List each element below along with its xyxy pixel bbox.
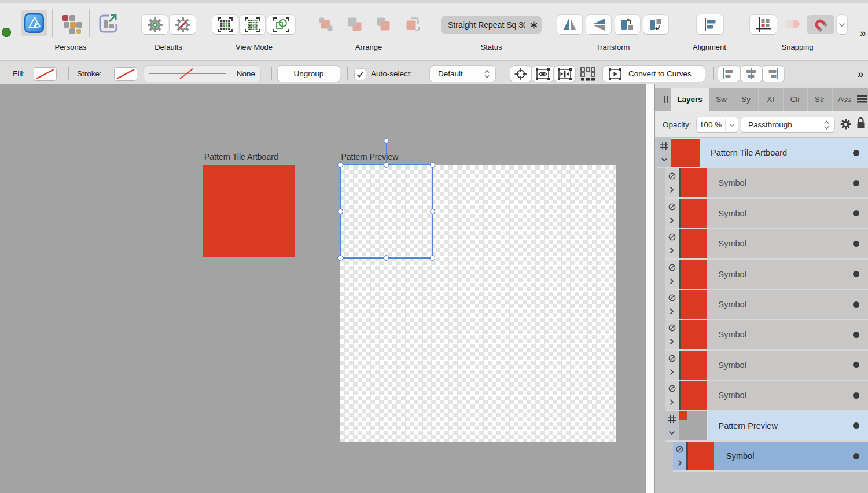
layer-visibility-dot[interactable] <box>853 271 859 277</box>
lock-layer-button[interactable] <box>856 117 865 130</box>
layer-gutter[interactable] <box>665 320 679 349</box>
handle-se[interactable] <box>430 255 436 261</box>
layer-row-symbol[interactable]: Symbol <box>665 381 868 410</box>
layer-thumbnail[interactable] <box>681 260 707 289</box>
tab-colour[interactable]: Clr <box>783 88 808 111</box>
status-chip[interactable]: Straight Repeat Sq 30 <box>441 16 542 34</box>
viewmode-retina-button[interactable] <box>240 15 265 34</box>
layer-row-symbol[interactable]: Symbol <box>665 229 868 258</box>
tab-swatches[interactable]: Sw <box>709 88 734 111</box>
stroke-width-widget[interactable]: None <box>144 66 260 82</box>
tab-symbols[interactable]: Sy <box>734 88 759 111</box>
snapping-pixel-move-button[interactable] <box>785 18 801 31</box>
layer-row-symbol[interactable]: Symbol <box>665 351 868 380</box>
layer-gutter[interactable] <box>665 229 679 258</box>
arrange-backward-button[interactable] <box>377 17 391 31</box>
layer-gutter[interactable] <box>665 260 679 289</box>
snapping-grid-button[interactable] <box>750 15 777 34</box>
layer-visibility-dot[interactable] <box>853 241 859 247</box>
mirror-selection-button[interactable] <box>554 66 575 82</box>
layer-row-symbol[interactable]: Symbol <box>665 199 868 228</box>
arrange-to-back-button[interactable] <box>406 17 420 31</box>
layer-name[interactable]: Symbol <box>719 229 746 258</box>
layer-thumbnail[interactable] <box>681 199 707 228</box>
layer-name[interactable]: Symbol <box>719 320 746 349</box>
layer-row-pattern-preview[interactable]: Pattern Preview <box>665 411 868 440</box>
handle-sw[interactable] <box>337 255 343 261</box>
layer-gutter[interactable] <box>665 290 679 319</box>
layer-visibility-dot[interactable] <box>853 332 859 338</box>
toolbar-overflow-chevron[interactable]: » <box>860 27 868 39</box>
arrange-to-front-button[interactable] <box>319 17 333 31</box>
layer-gutter[interactable] <box>665 351 679 380</box>
layer-row-pattern-tile-artboard[interactable]: Pattern Tile Artboard <box>657 138 868 167</box>
rotate-cw-button[interactable] <box>643 15 668 34</box>
blend-mode-dropdown[interactable]: Passthrough <box>741 117 834 132</box>
edit-all-layers-button[interactable] <box>578 67 598 81</box>
layer-visibility-dot[interactable] <box>853 150 859 156</box>
panel-menu-button[interactable] <box>857 95 867 103</box>
layer-row-symbol[interactable]: Symbol <box>665 320 868 349</box>
tab-transform[interactable]: Xf <box>758 88 783 111</box>
layer-thumbnail[interactable] <box>681 381 707 410</box>
layer-gutter[interactable] <box>665 168 679 197</box>
layer-gutter[interactable] <box>665 199 679 228</box>
layer-name[interactable]: Symbol <box>719 199 746 228</box>
layer-gutter[interactable] <box>657 138 671 167</box>
canvas[interactable]: Pattern Tile Artboard Pattern Preview <box>0 84 646 493</box>
handle-rotate[interactable] <box>384 138 389 144</box>
layer-visibility-dot[interactable] <box>853 422 859 429</box>
layer-name[interactable]: Symbol <box>719 351 746 380</box>
persona-pixel-button[interactable] <box>60 13 83 35</box>
layer-row-symbol[interactable]: Symbol <box>665 260 868 289</box>
fill-swatch[interactable] <box>34 68 56 80</box>
layer-thumbnail[interactable] <box>679 411 708 440</box>
handle-nw[interactable] <box>337 162 343 168</box>
layer-row-symbol[interactable]: Symbol <box>665 168 868 197</box>
layer-thumbnail[interactable] <box>681 320 707 349</box>
canvas-scrollbar-track[interactable] <box>646 84 654 493</box>
layer-visibility-dot[interactable] <box>853 362 859 368</box>
window-green-button[interactable] <box>2 28 11 37</box>
align-right-button[interactable] <box>763 66 784 82</box>
layer-name[interactable]: Symbol <box>719 290 746 319</box>
layer-thumbnail[interactable] <box>681 290 707 319</box>
rotate-ccw-button[interactable] <box>615 15 640 34</box>
selection-box[interactable] <box>340 164 433 259</box>
panel-dock-handle-icon[interactable] <box>663 96 669 103</box>
convert-to-curves-button[interactable]: Convert to Curves <box>603 66 705 82</box>
layer-visibility-dot[interactable] <box>853 180 859 186</box>
handle-s[interactable] <box>384 255 389 261</box>
defaults-sync-button[interactable] <box>142 15 168 34</box>
handle-w[interactable] <box>337 209 343 215</box>
ungroup-button[interactable]: Ungroup <box>278 66 340 82</box>
tab-stroke[interactable]: Str <box>807 88 832 111</box>
layer-settings-button[interactable] <box>840 119 851 130</box>
layer-visibility-dot[interactable] <box>853 210 859 216</box>
defaults-revert-button[interactable] <box>170 15 196 34</box>
tab-layers[interactable]: Layers <box>671 88 709 111</box>
hide-selection-button[interactable] <box>532 66 553 82</box>
align-left-button[interactable] <box>718 66 740 82</box>
layer-row-symbol[interactable]: Symbol <box>665 290 868 319</box>
chevron-down-icon[interactable] <box>729 123 735 127</box>
arrange-forward-button[interactable] <box>348 17 362 31</box>
snapping-magnet-button[interactable] <box>807 15 834 34</box>
layer-visibility-dot[interactable] <box>853 453 859 459</box>
context-overflow-chevron[interactable]: » <box>858 68 867 80</box>
layer-gutter[interactable] <box>673 442 686 470</box>
layer-name[interactable]: Symbol <box>719 381 746 410</box>
layer-thumbnail[interactable] <box>681 229 707 258</box>
tab-assets[interactable]: Ass <box>832 88 857 111</box>
transform-origin-button[interactable] <box>510 66 531 82</box>
persona-export-button[interactable] <box>98 13 119 34</box>
layer-name[interactable]: Symbol <box>719 168 746 197</box>
layer-row-symbol[interactable]: Symbol <box>673 442 868 470</box>
autoselect-checkbox[interactable] <box>355 69 366 80</box>
layer-thumbnail[interactable] <box>681 351 707 380</box>
persona-designer-button[interactable] <box>21 10 47 36</box>
layer-name[interactable]: Pattern Preview <box>719 411 778 440</box>
layer-thumbnail[interactable] <box>671 139 700 167</box>
layer-name[interactable]: Symbol <box>719 260 746 289</box>
layer-name[interactable]: Pattern Tile Artboard <box>711 138 787 167</box>
